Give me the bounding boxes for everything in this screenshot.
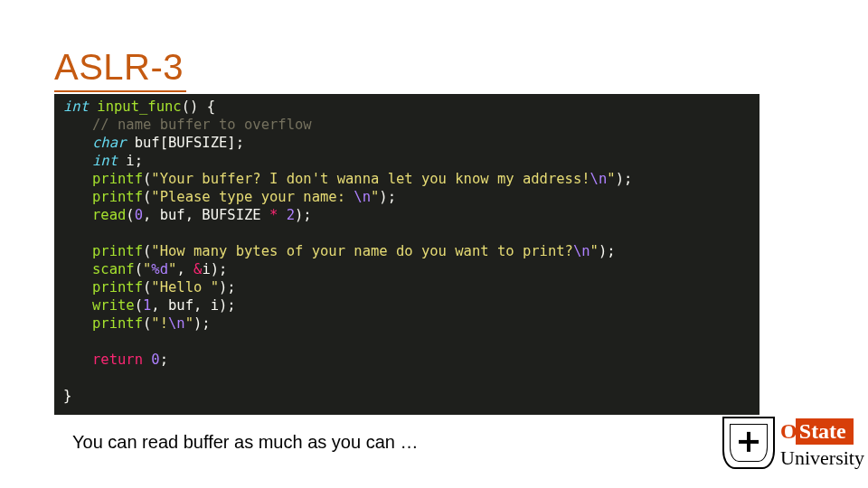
code-block: int input_func() {// name buffer to over… — [54, 94, 760, 415]
code-line: printf("Hello "); — [92, 278, 750, 296]
code-line: printf("Your buffer? I don't wanna let y… — [92, 170, 750, 188]
code-line: // name buffer to overflow — [92, 116, 750, 134]
code-line: printf("!\n"); — [92, 314, 750, 333]
code-line: int i; — [92, 152, 750, 170]
code-line: printf("How many bytes of your name do y… — [92, 242, 750, 260]
logo-state: State — [796, 418, 854, 445]
logo-crest-icon — [722, 417, 775, 469]
code-line — [92, 369, 750, 387]
code-line — [92, 224, 750, 242]
slide: ASLR-3 int input_func() {// name buffer … — [0, 0, 868, 488]
code-line: read(0, buf, BUFSIZE * 2); — [92, 206, 750, 224]
code-line: scanf("%d", &i); — [92, 260, 750, 278]
title-underline — [54, 90, 186, 92]
code-line: int input_func() { — [63, 98, 750, 116]
code-line: printf("Please type your name: \n"); — [92, 188, 750, 206]
code-line: return 0; — [92, 351, 750, 369]
code-line — [92, 333, 750, 351]
logo-university: University — [780, 448, 864, 468]
caption-text: You can read buffer as much as you can … — [72, 432, 418, 453]
code-line: } — [63, 387, 750, 405]
logo-text: O State University — [780, 418, 864, 468]
university-logo: O State University — [722, 414, 864, 472]
code-line: char buf[BUFSIZE]; — [92, 134, 750, 152]
slide-title: ASLR-3 — [54, 47, 184, 88]
code-line: write(1, buf, i); — [92, 296, 750, 314]
